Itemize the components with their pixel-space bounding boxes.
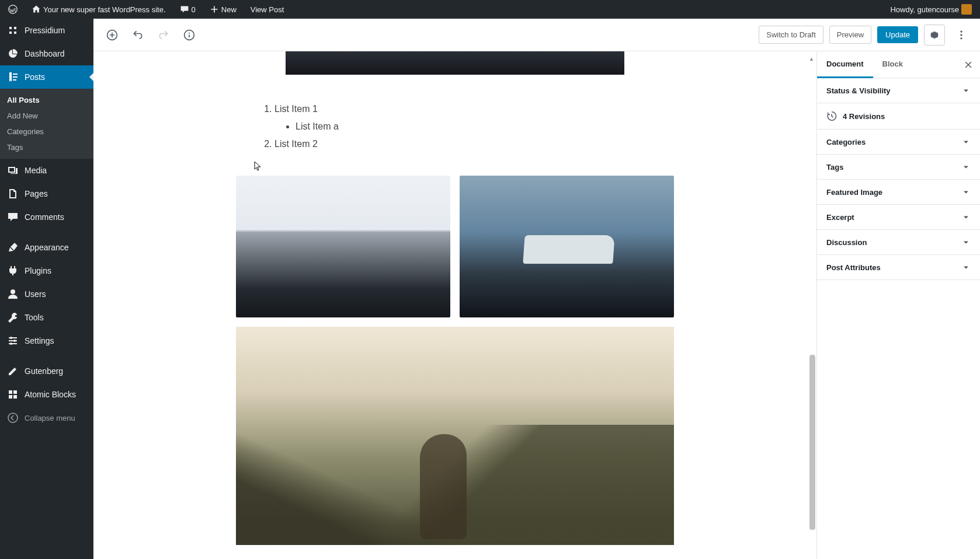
collapse-label: Collapse menu xyxy=(25,414,75,422)
undo-button[interactable] xyxy=(127,25,148,46)
gear-icon xyxy=(929,29,940,41)
collapse-icon xyxy=(7,412,19,424)
dashboard-icon xyxy=(7,48,19,60)
sidebar-item-tools[interactable]: Tools xyxy=(0,306,93,329)
scrollbar-thumb[interactable] xyxy=(809,355,815,530)
close-settings-button[interactable] xyxy=(960,57,976,73)
wp-logo-icon[interactable] xyxy=(5,5,21,14)
panel-tags[interactable]: Tags xyxy=(817,155,980,180)
chevron-down-icon xyxy=(961,137,971,146)
image-block[interactable] xyxy=(286,51,624,75)
svg-point-9 xyxy=(10,337,12,339)
media-icon xyxy=(7,165,19,176)
sidebar-item-pressidium[interactable]: Pressidium xyxy=(0,19,93,42)
sidebar-label: Appearance xyxy=(25,243,69,252)
gallery-image[interactable] xyxy=(236,327,674,545)
sidebar-item-appearance[interactable]: Appearance xyxy=(0,236,93,259)
sidebar-label: Pages xyxy=(25,189,48,198)
svg-rect-1 xyxy=(9,27,12,29)
new-content-link[interactable]: New xyxy=(206,5,240,14)
tab-document[interactable]: Document xyxy=(817,51,873,78)
list-item[interactable]: List Item 2 xyxy=(274,136,674,152)
switch-to-draft-button[interactable]: Switch to Draft xyxy=(759,26,823,44)
sidebar-item-atomic-blocks[interactable]: Atomic Blocks xyxy=(0,383,93,406)
sidebar-item-media[interactable]: Media xyxy=(0,159,93,182)
panel-title: Tags xyxy=(826,163,843,172)
editor-body: List Item 1 List Item a List Item 2 xyxy=(93,51,980,559)
avatar xyxy=(961,4,972,15)
pressidium-icon xyxy=(7,25,19,36)
comments-link[interactable]: 0 xyxy=(176,5,199,14)
settings-toggle-button[interactable] xyxy=(924,25,945,46)
ordered-list-block[interactable]: List Item 1 List Item a List Item 2 xyxy=(264,101,674,152)
chevron-down-icon xyxy=(961,187,971,197)
list-item[interactable]: List Item 1 xyxy=(274,101,674,117)
sidebar-label: Tools xyxy=(25,313,44,322)
svg-rect-2 xyxy=(14,27,16,29)
atomic-icon xyxy=(7,389,19,400)
chevron-down-icon xyxy=(961,86,971,95)
new-content-label: New xyxy=(221,5,237,14)
panel-categories[interactable]: Categories xyxy=(817,130,980,155)
gallery-image[interactable] xyxy=(236,176,450,317)
revisions-button[interactable]: 4 Revisions xyxy=(817,103,980,130)
chevron-down-icon xyxy=(961,263,971,272)
svg-rect-13 xyxy=(13,390,17,394)
admin-sidebar: Pressidium Dashboard Posts All Posts Add… xyxy=(0,19,93,559)
panel-title: Status & Visibility xyxy=(826,86,891,95)
svg-point-16 xyxy=(8,413,18,422)
svg-rect-12 xyxy=(9,390,12,394)
view-post-label: View Post xyxy=(251,5,284,14)
gallery-block[interactable] xyxy=(236,176,674,545)
howdy-text: Howdy, gutencourse xyxy=(890,5,959,14)
mouse-cursor xyxy=(254,161,262,174)
editor-canvas[interactable]: List Item 1 List Item a List Item 2 xyxy=(93,51,816,559)
editor-header: Switch to Draft Preview Update xyxy=(93,19,980,51)
sidebar-label: Posts xyxy=(25,72,45,82)
list-item[interactable]: List Item a xyxy=(296,118,674,134)
sidebar-label: Atomic Blocks xyxy=(25,390,76,399)
gallery-image[interactable] xyxy=(460,176,674,317)
panel-discussion[interactable]: Discussion xyxy=(817,230,980,255)
info-button[interactable] xyxy=(179,25,200,46)
kebab-icon xyxy=(955,29,967,41)
sidebar-item-pages[interactable]: Pages xyxy=(0,182,93,205)
site-title-link[interactable]: Your new super fast WordPress site. xyxy=(28,5,169,14)
user-account-link[interactable]: Howdy, gutencourse xyxy=(887,4,975,15)
sidebar-item-users[interactable]: Users xyxy=(0,282,93,306)
panel-title: Featured Image xyxy=(826,188,882,197)
panel-status-visibility[interactable]: Status & Visibility xyxy=(817,78,980,103)
info-icon xyxy=(183,29,195,41)
sidebar-item-gutenberg[interactable]: Gutenberg xyxy=(0,359,93,383)
sidebar-item-comments[interactable]: Comments xyxy=(0,205,93,229)
submenu-add-new[interactable]: Add New xyxy=(0,108,93,124)
sidebar-label: Pressidium xyxy=(25,26,65,35)
tab-block[interactable]: Block xyxy=(873,51,912,78)
update-button[interactable]: Update xyxy=(877,26,918,43)
submenu-categories[interactable]: Categories xyxy=(0,124,93,139)
sidebar-item-dashboard[interactable]: Dashboard xyxy=(0,42,93,65)
sidebar-item-posts[interactable]: Posts xyxy=(0,65,93,89)
svg-point-19 xyxy=(189,32,190,33)
sidebar-item-settings[interactable]: Settings xyxy=(0,329,93,352)
panel-post-attributes[interactable]: Post Attributes xyxy=(817,255,980,280)
document-settings-sidebar: Document Block Status & Visibility 4 Rev… xyxy=(816,51,980,559)
panel-excerpt[interactable]: Excerpt xyxy=(817,205,980,230)
plus-icon xyxy=(210,5,219,14)
more-options-button[interactable] xyxy=(951,25,972,46)
view-post-link[interactable]: View Post xyxy=(247,5,288,14)
submenu-all-posts[interactable]: All Posts xyxy=(0,92,93,108)
add-block-button[interactable] xyxy=(102,25,123,46)
svg-point-22 xyxy=(960,37,962,39)
comment-icon xyxy=(180,5,189,14)
redo-button[interactable] xyxy=(153,25,174,46)
preview-button[interactable]: Preview xyxy=(829,26,871,44)
sidebar-label: Comments xyxy=(25,212,64,222)
submenu-tags[interactable]: Tags xyxy=(0,139,93,155)
svg-point-10 xyxy=(13,340,16,342)
gutenberg-icon xyxy=(7,365,19,377)
panel-featured-image[interactable]: Featured Image xyxy=(817,180,980,205)
posts-submenu: All Posts Add New Categories Tags xyxy=(0,89,93,159)
collapse-menu-button[interactable]: Collapse menu xyxy=(0,406,93,429)
sidebar-item-plugins[interactable]: Plugins xyxy=(0,259,93,282)
